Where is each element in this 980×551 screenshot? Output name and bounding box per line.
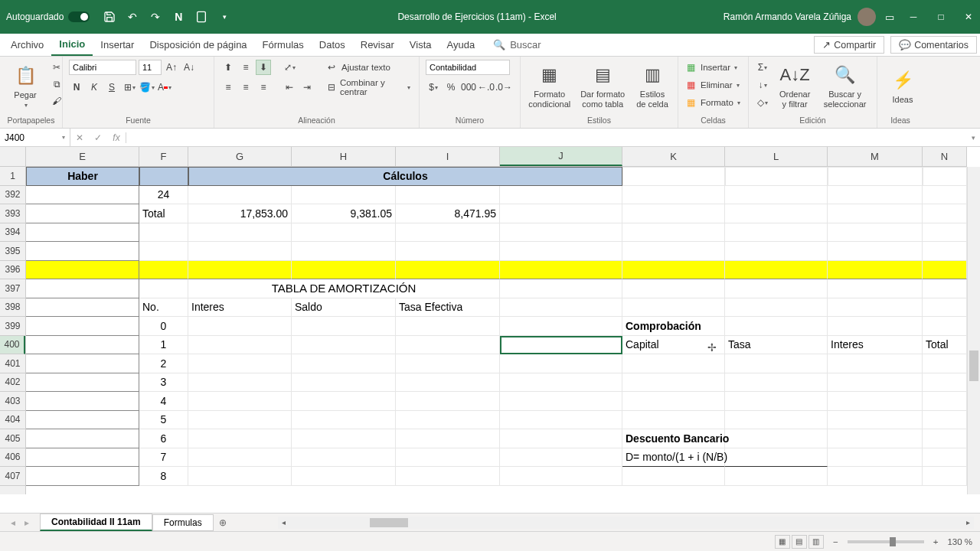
tab-formulas[interactable]: Fórmulas	[255, 34, 312, 56]
cell[interactable]: 4	[139, 392, 188, 411]
cell[interactable]: 24	[139, 186, 188, 205]
conditional-format-button[interactable]: ▦Formato condicional	[527, 60, 572, 112]
cell[interactable]	[396, 467, 500, 486]
cell[interactable]: 7	[139, 448, 188, 468]
save-icon[interactable]	[103, 11, 116, 23]
cell[interactable]	[188, 336, 292, 355]
tab-revisar[interactable]: Revisar	[353, 34, 402, 56]
touch-mode-icon[interactable]	[195, 11, 207, 23]
cell[interactable]	[622, 467, 725, 486]
cell[interactable]	[622, 411, 725, 430]
cell[interactable]	[188, 392, 292, 411]
cell[interactable]	[292, 354, 396, 373]
insert-cells-button[interactable]: ▦Insertar▾	[684, 60, 740, 75]
merge-center-button[interactable]: ⊟Combinar y centrar▾	[325, 80, 413, 95]
cells-area[interactable]: HaberCálculos24Total17,853.009,381.058,4…	[26, 167, 967, 494]
cell[interactable]	[725, 261, 828, 280]
cell[interactable]	[139, 167, 188, 186]
page-break-button[interactable]: ▥	[808, 535, 824, 549]
align-left-button[interactable]: ≡	[220, 80, 236, 95]
cell[interactable]	[725, 317, 828, 336]
cell[interactable]: 8	[139, 467, 188, 486]
cell[interactable]	[292, 336, 396, 355]
cell[interactable]: Cálculos	[188, 167, 622, 186]
ideas-button[interactable]: ⚡Ideas	[884, 60, 922, 112]
cell[interactable]	[725, 467, 828, 486]
cell[interactable]	[725, 411, 828, 430]
search-field[interactable]: 🔍 Buscar	[493, 39, 541, 51]
cell[interactable]	[923, 317, 967, 336]
cell[interactable]	[500, 448, 622, 468]
autosave-toggle[interactable]: Autoguardado	[6, 11, 90, 22]
cell[interactable]	[828, 373, 923, 393]
row-header-395[interactable]: 395	[0, 242, 25, 261]
align-bottom-button[interactable]: ⬇	[256, 60, 271, 75]
bold-button[interactable]: N	[69, 80, 84, 95]
wrap-text-button[interactable]: ↩Ajustar texto	[325, 60, 413, 75]
cell[interactable]	[500, 279, 622, 298]
tab-inicio[interactable]: Inicio	[51, 34, 93, 56]
cell[interactable]	[622, 279, 725, 298]
col-header-H[interactable]: H	[292, 147, 396, 166]
cell[interactable]	[622, 261, 725, 280]
cell[interactable]	[396, 186, 500, 205]
cell[interactable]	[923, 186, 967, 205]
scroll-right-button[interactable]: ▸	[962, 517, 974, 529]
increase-indent-button[interactable]: ⇥	[299, 80, 315, 95]
scrollbar-thumb[interactable]	[370, 518, 408, 527]
cell[interactable]	[923, 223, 967, 243]
scroll-left-button[interactable]: ◂	[278, 517, 290, 529]
slider-knob[interactable]	[890, 537, 896, 546]
cell[interactable]	[396, 336, 500, 355]
row-header-396[interactable]: 396	[0, 261, 25, 280]
cell[interactable]	[26, 204, 139, 223]
cell[interactable]	[622, 373, 725, 393]
tab-datos[interactable]: Datos	[312, 34, 353, 56]
cell[interactable]: 3	[139, 373, 188, 393]
clear-button[interactable]: ◇▾	[755, 95, 770, 110]
cell[interactable]	[923, 261, 967, 280]
zoom-out-button[interactable]: −	[833, 537, 838, 546]
col-header-M[interactable]: M	[828, 147, 923, 166]
name-box[interactable]: J400▾	[0, 129, 70, 146]
cell[interactable]	[923, 204, 967, 223]
cell[interactable]: No.	[139, 298, 188, 318]
cell[interactable]	[828, 411, 923, 430]
cell[interactable]: Comprobación	[622, 317, 725, 336]
cell[interactable]	[26, 448, 139, 468]
cell-styles-button[interactable]: ▥Estilos de celda	[633, 60, 671, 112]
cell[interactable]	[188, 186, 292, 205]
cell[interactable]	[725, 354, 828, 373]
cell[interactable]: 9,381.05	[292, 204, 396, 223]
vertical-scrollbar[interactable]	[967, 167, 980, 494]
row-header-407[interactable]: 407	[0, 467, 25, 486]
sheet-next-button[interactable]: ▸	[24, 517, 29, 528]
cell[interactable]	[500, 354, 622, 373]
tab-insertar[interactable]: Insertar	[93, 34, 142, 56]
cell[interactable]	[500, 392, 622, 411]
cell[interactable]	[923, 373, 967, 393]
cell[interactable]	[828, 261, 923, 280]
zoom-slider[interactable]	[848, 540, 924, 543]
column-headers[interactable]: EFGHIJKLMN	[26, 147, 967, 167]
cell[interactable]	[828, 279, 923, 298]
number-format-select[interactable]	[426, 60, 510, 75]
add-sheet-button[interactable]: ⊕	[214, 517, 232, 528]
cell[interactable]	[725, 279, 828, 298]
cell[interactable]	[828, 167, 923, 186]
increase-decimal-button[interactable]: ←.0	[479, 80, 494, 95]
cell[interactable]	[828, 429, 923, 448]
col-header-N[interactable]: N	[923, 147, 967, 166]
sort-filter-button[interactable]: A↓ZOrdenar y filtrar	[775, 60, 815, 112]
qat-more-icon[interactable]: ▾	[218, 11, 230, 23]
cell[interactable]: 8,471.95	[396, 204, 500, 223]
cell[interactable]	[500, 242, 622, 261]
decrease-indent-button[interactable]: ⇤	[282, 80, 297, 95]
cell[interactable]	[292, 242, 396, 261]
italic-button[interactable]: K	[87, 80, 102, 95]
cell[interactable]	[26, 242, 139, 261]
cell[interactable]	[292, 223, 396, 243]
row-header-394[interactable]: 394	[0, 223, 25, 243]
tab-ayuda[interactable]: Ayuda	[439, 34, 483, 56]
cell[interactable]	[725, 373, 828, 393]
